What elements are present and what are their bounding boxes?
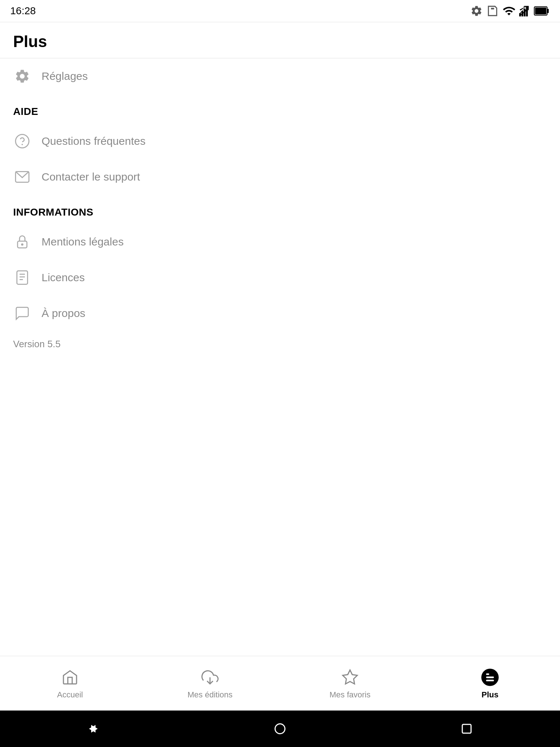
- signal-icon: [519, 5, 530, 16]
- home-button[interactable]: [269, 718, 291, 740]
- menu-item-support[interactable]: Contacter le support: [0, 159, 560, 195]
- menu-item-reglages[interactable]: Réglages: [0, 58, 560, 94]
- svg-rect-6: [535, 7, 547, 14]
- nav-item-accueil[interactable]: Accueil: [0, 667, 140, 700]
- svg-rect-25: [462, 724, 471, 733]
- apropos-label: À propos: [42, 307, 85, 320]
- settings-status-icon: [470, 5, 483, 17]
- menu-item-apropos[interactable]: À propos: [0, 295, 560, 331]
- sim-status-icon: [486, 5, 499, 17]
- battery-icon: [534, 5, 550, 17]
- page-title: Plus: [0, 22, 560, 58]
- svg-point-24: [275, 724, 285, 734]
- reglages-label: Réglages: [42, 70, 88, 82]
- svg-point-7: [16, 135, 29, 148]
- nav-mes-editions-label: Mes éditions: [187, 690, 233, 700]
- licences-label: Licences: [42, 271, 85, 284]
- informations-section-header: INFORMATIONS: [0, 195, 560, 224]
- faq-label: Questions fréquentes: [42, 135, 145, 147]
- download-cloud-icon: [200, 667, 220, 687]
- version-text: Version 5.5: [0, 331, 560, 357]
- svg-rect-2: [524, 9, 526, 16]
- nav-item-mes-favoris[interactable]: Mes favoris: [280, 667, 420, 700]
- home-icon: [60, 667, 80, 687]
- status-icons: [470, 4, 550, 18]
- mentions-label: Mentions légales: [42, 236, 124, 248]
- svg-point-11: [22, 244, 23, 245]
- back-button[interactable]: [82, 718, 104, 740]
- question-icon: [13, 132, 31, 150]
- nav-item-plus[interactable]: Plus: [420, 667, 560, 700]
- list-icon: [13, 268, 31, 287]
- bottom-nav: Accueil Mes éditions Mes favoris: [0, 656, 560, 711]
- chat-icon: [13, 304, 31, 322]
- svg-rect-3: [526, 7, 528, 17]
- menu-item-mentions[interactable]: Mentions légales: [0, 224, 560, 260]
- svg-rect-20: [486, 676, 494, 678]
- plus-menu-icon: [480, 667, 500, 687]
- recents-button[interactable]: [456, 718, 478, 740]
- svg-rect-21: [486, 680, 494, 681]
- svg-rect-1: [521, 11, 523, 16]
- svg-rect-5: [547, 9, 549, 13]
- android-nav: [0, 711, 560, 747]
- menu-item-faq[interactable]: Questions fréquentes: [0, 123, 560, 159]
- star-icon: [340, 667, 360, 687]
- nav-item-mes-editions[interactable]: Mes éditions: [140, 667, 280, 700]
- content-area: Réglages AIDE Questions fréquentes Conta…: [0, 58, 560, 656]
- svg-rect-0: [519, 13, 521, 16]
- gear-icon: [13, 67, 31, 85]
- support-label: Contacter le support: [42, 171, 140, 183]
- status-bar: 16:28: [0, 0, 560, 22]
- aide-section-header: AIDE: [0, 94, 560, 123]
- wifi-icon: [502, 4, 516, 18]
- nav-mes-favoris-label: Mes favoris: [330, 690, 370, 700]
- envelope-icon: [13, 168, 31, 186]
- svg-rect-19: [486, 673, 489, 675]
- svg-marker-17: [343, 670, 357, 684]
- menu-item-licences[interactable]: Licences: [0, 260, 560, 295]
- nav-accueil-label: Accueil: [57, 690, 83, 700]
- svg-rect-12: [17, 271, 27, 285]
- status-time: 16:28: [10, 5, 36, 17]
- lock-icon: [13, 233, 31, 251]
- nav-plus-label: Plus: [482, 690, 498, 700]
